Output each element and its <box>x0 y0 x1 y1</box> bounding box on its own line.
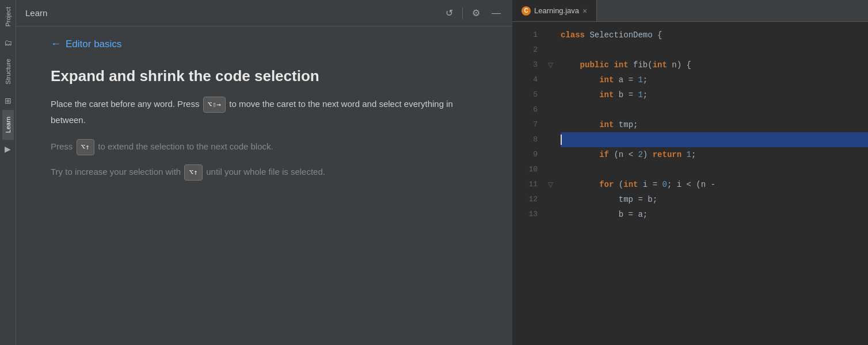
lesson-title: Expand and shrink the code selection <box>51 67 489 85</box>
code-token: ; i < (n - <box>667 177 715 192</box>
lesson-step-1: Press ⌥↑ to extend the selection to the … <box>51 139 489 155</box>
sidebar-tabs: Project 🗂 Structure ⊞ Learn ▶ <box>0 0 16 345</box>
editor-tab-learning[interactable]: C Learning.java × <box>512 0 597 21</box>
lesson-step-2: Try to increase your selection with ⌥↑ u… <box>51 164 489 181</box>
gutter-cell <box>545 72 556 87</box>
step1-post: to extend the selection to the next code… <box>98 141 273 151</box>
line-number: 12 <box>512 192 545 207</box>
tab-label: Learning.java <box>534 6 579 15</box>
line-number: 11 <box>512 177 545 192</box>
line-number: 6 <box>512 102 545 117</box>
code-token: ) <box>643 147 653 162</box>
gutter-cell <box>545 132 556 147</box>
code-line: b = a; <box>561 207 868 222</box>
code-line: int a = 1; <box>561 72 868 87</box>
code-token: i = <box>638 177 662 192</box>
code-token: (n < <box>609 147 638 162</box>
gutter-cell: ▽ <box>545 177 556 192</box>
code-line: int b = 1; <box>561 87 868 102</box>
code-token: b = <box>614 87 638 102</box>
code-token <box>561 177 599 192</box>
shortcut-3: ⌥↑ <box>184 164 203 181</box>
shortcut-1: ⌥⇧→ <box>203 97 226 113</box>
folder-icon: 🗂 <box>2 37 14 48</box>
code-token: ( <box>614 177 623 192</box>
learn-panel-content: ← Editor basics Expand and shrink the co… <box>16 26 512 345</box>
back-link[interactable]: ← Editor basics <box>51 38 489 50</box>
gutter-cell <box>545 207 556 222</box>
line-numbers: 12345678910111213 <box>512 22 545 345</box>
code-token <box>561 87 599 102</box>
editor-gutter: ▽▽ <box>545 22 556 345</box>
java-file-icon: C <box>521 6 531 16</box>
code-token: tmp; <box>614 117 638 132</box>
learn-panel: Learn ↺ ⚙ — ← Editor basics Expand and s… <box>16 0 512 345</box>
gutter-cell <box>545 43 556 57</box>
code-line: public int fib(int n) { <box>561 57 868 72</box>
code-line <box>561 132 868 147</box>
editor-tabs: C Learning.java × <box>512 0 868 22</box>
gutter-cell <box>545 147 556 162</box>
code-token: 1 <box>638 72 642 87</box>
code-line <box>561 43 868 57</box>
code-token: int <box>623 177 638 192</box>
line-number: 4 <box>512 72 545 87</box>
sidebar-tab-project[interactable]: Project <box>2 0 14 33</box>
code-line <box>561 102 868 117</box>
editor-panel: C Learning.java × 12345678910111213 ▽▽ c… <box>512 0 868 345</box>
code-token <box>561 57 580 72</box>
code-token: int <box>653 57 667 72</box>
code-token: 1 <box>638 87 642 102</box>
code-line: class SelectionDemo { <box>561 28 868 43</box>
code-token: 1 <box>687 147 691 162</box>
code-line: tmp = b; <box>561 192 868 207</box>
back-arrow-icon: ← <box>51 38 61 50</box>
header-divider <box>462 7 463 19</box>
code-token: ; <box>643 87 648 102</box>
code-token: 0 <box>662 177 667 192</box>
line-number: 9 <box>512 147 545 162</box>
text-cursor <box>561 135 562 145</box>
code-token <box>561 72 599 87</box>
code-token: n) { <box>667 57 691 72</box>
code-token: ; <box>643 72 648 87</box>
code-token <box>561 117 599 132</box>
line-number: 1 <box>512 28 545 43</box>
structure-icon: ⊞ <box>2 95 14 106</box>
gutter-cell <box>545 28 556 43</box>
tab-close-button[interactable]: × <box>583 6 587 16</box>
learn-panel-header: Learn ↺ ⚙ — <box>16 0 512 26</box>
code-token: int <box>614 57 628 72</box>
gutter-cell <box>545 87 556 102</box>
code-token <box>561 147 599 162</box>
code-token: class <box>561 28 585 43</box>
step2-post: until your whole file is selected. <box>206 167 325 177</box>
line-number: 13 <box>512 207 545 222</box>
reset-button[interactable]: ↺ <box>443 6 455 20</box>
back-link-label: Editor basics <box>66 39 121 50</box>
sidebar-tab-structure[interactable]: Structure <box>2 52 14 91</box>
settings-button[interactable]: ⚙ <box>470 6 482 20</box>
code-token: int <box>599 87 614 102</box>
code-line: if (n < 2) return 1; <box>561 147 868 162</box>
step1-pre: Press <box>51 141 73 151</box>
code-token: public <box>580 57 609 72</box>
minimize-button[interactable]: — <box>489 6 503 20</box>
lesson-description: Place the caret before any word. Press ⌥… <box>51 97 489 128</box>
code-token: a = <box>614 72 638 87</box>
learn-icon: ▶ <box>2 143 14 155</box>
line-number: 5 <box>512 87 545 102</box>
code-token <box>682 147 686 162</box>
desc-text-1: Place the caret before any word. Press <box>51 99 199 109</box>
line-number: 2 <box>512 43 545 57</box>
code-token: return <box>653 147 682 162</box>
sidebar-tab-learn[interactable]: Learn <box>2 110 14 140</box>
code-token: int <box>599 117 614 132</box>
editor-code[interactable]: class SelectionDemo { public int fib(int… <box>556 22 868 345</box>
code-token: if <box>599 147 609 162</box>
code-token: tmp = b; <box>561 192 657 207</box>
line-number: 3 <box>512 57 545 72</box>
step2-pre: Try to increase your selection with <box>51 167 181 177</box>
code-line: for (int i = 0; i < (n - <box>561 177 868 192</box>
panel-title: Learn <box>25 8 47 18</box>
